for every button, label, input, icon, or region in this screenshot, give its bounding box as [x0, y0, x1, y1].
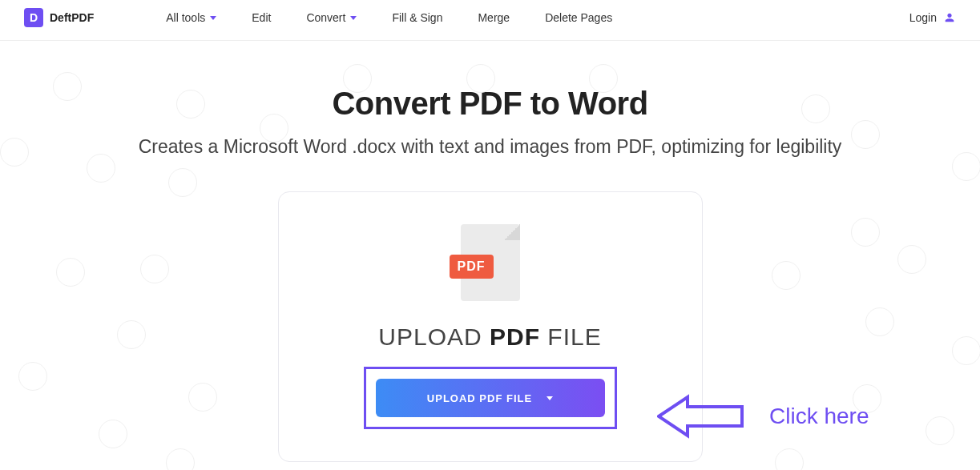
bg-circle — [188, 383, 217, 412]
nav-merge[interactable]: Merge — [478, 11, 510, 24]
bg-circle — [952, 336, 980, 365]
header: D DeftPDF All tools Edit Convert Fill & … — [0, 0, 980, 41]
bg-circle — [168, 168, 197, 197]
bg-circle — [56, 258, 85, 287]
logo-text: DeftPDF — [50, 11, 94, 24]
nav-label: All tools — [166, 11, 205, 24]
upload-button-highlight: UPLOAD PDF FILE — [364, 367, 617, 429]
nav-all-tools[interactable]: All tools — [166, 11, 216, 24]
bg-circle — [865, 307, 894, 336]
bg-circle — [176, 90, 205, 119]
bg-circle — [897, 245, 926, 274]
page-title: Convert PDF to Word — [0, 86, 980, 122]
upload-card: PDF UPLOAD PDF FILE UPLOAD PDF FILE — [278, 191, 703, 462]
logo[interactable]: D DeftPDF — [24, 8, 94, 27]
page-subtitle: Creates a Microsoft Word .docx with text… — [0, 136, 980, 158]
chevron-down-icon — [546, 396, 553, 400]
upload-button-label: UPLOAD PDF FILE — [427, 392, 532, 404]
pdf-badge: PDF — [450, 255, 494, 279]
annotation-text: Click here — [769, 404, 869, 429]
logo-letter: D — [30, 11, 38, 24]
chevron-down-icon — [350, 16, 357, 20]
bg-circle — [260, 114, 288, 143]
upload-title-post: FILE — [540, 323, 602, 350]
bg-circle — [952, 152, 980, 181]
bg-circle — [851, 120, 880, 149]
nav: All tools Edit Convert Fill & Sign Merge… — [166, 11, 612, 24]
upload-title: UPLOAD PDF FILE — [311, 323, 670, 351]
annotation: Click here — [657, 392, 869, 440]
nav-label: Merge — [478, 11, 510, 24]
bg-circle — [589, 64, 618, 93]
login-link[interactable]: Login — [909, 11, 956, 24]
logo-mark: D — [24, 8, 43, 27]
nav-delete-pages[interactable]: Delete Pages — [545, 11, 612, 24]
nav-label: Edit — [252, 11, 271, 24]
nav-label: Fill & Sign — [392, 11, 442, 24]
bg-circle — [18, 362, 47, 391]
bg-circle — [851, 218, 880, 247]
bg-circle — [801, 94, 830, 123]
bg-circle — [926, 416, 954, 445]
bg-circle — [343, 64, 372, 93]
upload-pdf-button[interactable]: UPLOAD PDF FILE — [376, 379, 605, 417]
nav-fill-sign[interactable]: Fill & Sign — [392, 11, 442, 24]
pdf-file-icon: PDF — [461, 224, 520, 301]
nav-label: Delete Pages — [545, 11, 612, 24]
nav-label: Convert — [306, 11, 345, 24]
nav-edit[interactable]: Edit — [252, 11, 271, 24]
bg-circle — [140, 255, 169, 283]
nav-convert[interactable]: Convert — [306, 11, 357, 24]
bg-circle — [772, 261, 801, 290]
arrow-left-icon — [657, 392, 745, 440]
bg-circle — [466, 64, 495, 93]
login-label: Login — [909, 11, 937, 24]
chevron-down-icon — [210, 16, 216, 20]
bg-circle — [87, 154, 115, 183]
bg-circle — [99, 420, 127, 448]
upload-title-bold: PDF — [490, 323, 540, 350]
bg-circle — [0, 138, 29, 167]
bg-circle — [117, 320, 146, 349]
bg-circle — [53, 72, 82, 101]
user-icon — [943, 11, 956, 24]
upload-title-pre: UPLOAD — [378, 323, 490, 350]
